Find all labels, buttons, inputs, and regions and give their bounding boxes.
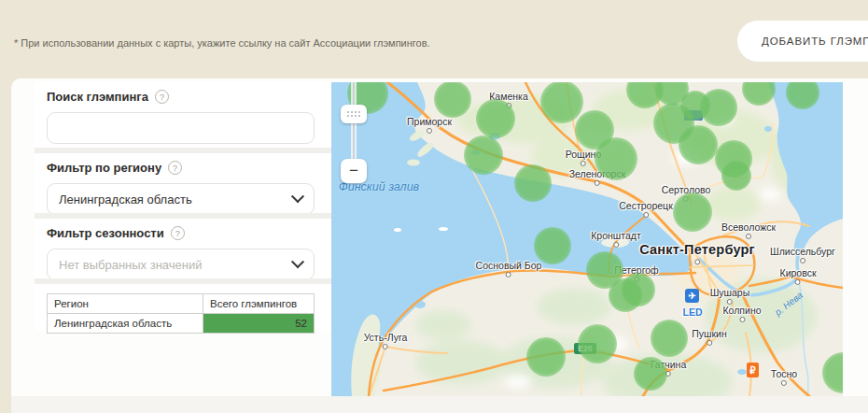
glamping-cluster[interactable] [464,135,503,175]
chevron-down-icon [291,255,304,268]
table-header-row: Регион Всего глэмпингов [48,294,315,314]
glamping-cluster[interactable] [700,89,737,126]
glamping-cluster[interactable] [679,125,718,164]
glamping-cluster[interactable] [822,352,843,393]
glamping-cluster[interactable] [651,320,688,357]
map-zoom-control: − [341,82,367,187]
glamping-cluster[interactable] [578,324,617,363]
search-input-box [47,112,315,144]
season-select-placeholder: Нет выбранных значений [59,258,293,272]
col-region-header: Регион [48,294,203,314]
help-icon[interactable]: ? [168,161,182,175]
glamping-cluster[interactable] [742,82,776,106]
col-count-header: Всего глэмпингов [203,294,315,314]
airport-code-label: LED [683,306,703,318]
season-filter-label-text: Фильтр сезонности [47,226,164,240]
search-label-text: Поиск глэмпинга [47,90,148,104]
region-filter-label: Фильтр по региону ? [47,161,315,175]
glamping-cluster[interactable] [721,161,751,191]
glamping-cluster[interactable] [595,137,637,180]
region-cell: Ленинградская область [48,314,203,334]
glamping-cluster[interactable] [476,99,515,138]
region-filter-label-text: Фильтр по региону [47,161,161,175]
panel-bottom-strip [11,396,868,413]
glamping-cluster[interactable] [622,273,655,306]
search-section: Поиск глэмпинга ? [35,82,331,148]
grip-dots-icon [347,111,360,113]
zoom-out-button[interactable]: − [341,159,367,183]
chevron-down-icon [291,190,304,203]
help-icon[interactable]: ? [171,226,185,240]
glamping-cluster[interactable] [514,164,552,202]
glamping-cluster[interactable] [526,337,566,377]
attribution-note: * При использовании данных с карты, укаж… [14,37,430,49]
region-select-value: Ленинградская область [59,192,293,206]
stats-table: Регион Всего глэмпингов Ленинградская об… [47,293,315,334]
glamping-cluster[interactable] [540,82,583,123]
search-input[interactable] [59,121,302,136]
table-row: Ленинградская область 52 [48,314,315,334]
zoom-slider-handle[interactable] [341,105,367,123]
glamping-cluster[interactable] [434,82,471,118]
glamping-cluster[interactable] [673,192,712,232]
glamping-cluster[interactable] [786,82,819,109]
region-filter-section: Фильтр по региону ? Ленинградская област… [35,153,331,213]
season-filter-label: Фильтр сезонности ? [47,226,315,240]
stats-section: Регион Всего глэмпингов Ленинградская об… [35,284,331,331]
toll-road-icon: ₽ [747,363,759,377]
season-select[interactable]: Нет выбранных значений [47,249,315,280]
grip-dots-icon [347,115,360,117]
region-select[interactable]: Ленинградская область [47,183,315,215]
clusters-layer [331,82,843,396]
map-canvas[interactable]: Финский залив р. Нева КаменкаПриморскРощ… [331,82,843,396]
glamping-cluster[interactable] [634,357,667,391]
count-cell: 52 [203,314,315,334]
content-panel: Поиск глэмпинга ? Фильтр по региону ? Ле… [11,78,868,413]
help-icon[interactable]: ? [155,90,169,104]
screen: * При использовании данных с карты, укаж… [0,0,868,413]
add-glamping-button[interactable]: ДОБАВИТЬ ГЛЭМПИНГ [737,21,868,62]
search-label: Поиск глэмпинга ? [47,90,315,104]
airport-icon: ✈ [685,289,699,303]
glamping-cluster[interactable] [534,227,571,264]
season-filter-section: Фильтр сезонности ? Нет выбранных значен… [35,219,331,278]
